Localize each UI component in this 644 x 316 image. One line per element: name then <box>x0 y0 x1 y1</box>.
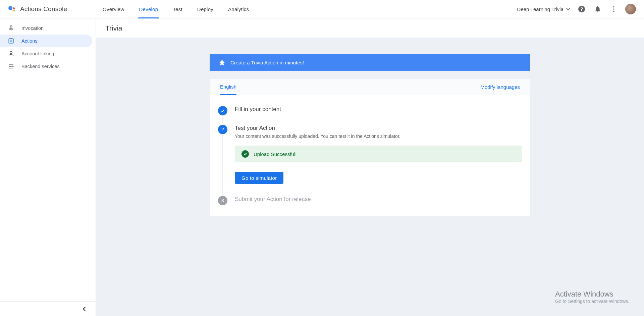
sidebar-item-label: Actions <box>21 38 38 44</box>
panel: English Modify languages Fill in your co… <box>210 79 530 216</box>
tab-analytics[interactable]: Analytics <box>221 0 256 18</box>
settings-list-icon <box>7 63 15 70</box>
side-nav: Invocation Actions Account linking Backe… <box>0 18 96 76</box>
sidebar-item-account-linking[interactable]: Account linking <box>0 47 92 60</box>
info-banner: Create a Trivia Action in minutes! <box>210 54 530 71</box>
sidebar-item-label: Backend services <box>21 64 60 69</box>
sidebar-item-backend-services[interactable]: Backend services <box>0 60 92 73</box>
watermark-line2: Go to Settings to activate Windows. <box>555 299 629 304</box>
steps-container: Fill in your content 2 Test your Action … <box>210 95 530 216</box>
sidebar-item-actions[interactable]: Actions <box>0 35 92 47</box>
canvas: Create a Trivia Action in minutes! Engli… <box>96 38 644 316</box>
modify-languages-link[interactable]: Modify languages <box>480 84 520 90</box>
tab-develop[interactable]: Develop <box>132 0 166 18</box>
assistant-logo-icon <box>8 5 15 13</box>
notifications-icon[interactable] <box>593 4 602 14</box>
step-1-check-badge <box>218 106 227 115</box>
app-title: Actions Console <box>20 5 67 13</box>
top-header: Actions Console Overview Develop Test De… <box>0 0 644 18</box>
project-switcher[interactable]: Deep Learning Trivia <box>517 6 570 12</box>
language-tab-bar: English Modify languages <box>210 79 530 95</box>
step-1: Fill in your content <box>218 103 522 122</box>
check-icon <box>220 108 225 113</box>
svg-point-12 <box>12 66 13 67</box>
svg-rect-9 <box>10 26 12 29</box>
step-connector <box>222 134 223 196</box>
page-title: Trivia <box>96 18 644 38</box>
step-2-badge: 2 <box>218 125 227 134</box>
svg-point-0 <box>8 6 12 10</box>
project-name: Deep Learning Trivia <box>517 6 564 12</box>
svg-point-3 <box>14 10 15 11</box>
sidebar-item-label: Account linking <box>21 51 54 56</box>
more-vert-icon[interactable] <box>609 4 619 14</box>
sidebar-item-label: Invocation <box>21 25 44 31</box>
watermark-line1: Activate Windows <box>555 290 629 299</box>
svg-point-2 <box>12 10 14 11</box>
header-right: Deep Learning Trivia ? <box>517 4 636 14</box>
step-2-subtitle: Your content was successfully uploaded. … <box>235 134 522 139</box>
banner-text: Create a Trivia Action in minutes! <box>230 60 304 65</box>
step-2-title: Test your Action <box>235 125 522 131</box>
star-icon <box>218 59 226 66</box>
windows-activation-watermark: Activate Windows Go to Settings to activ… <box>555 290 629 304</box>
mic-icon <box>7 24 15 32</box>
logo-group: Actions Console <box>8 5 95 13</box>
tab-deploy[interactable]: Deploy <box>190 0 221 18</box>
chevron-down-icon <box>566 7 570 11</box>
go-to-simulator-button[interactable]: Go to simulator <box>235 172 283 184</box>
svg-point-8 <box>613 11 614 12</box>
step-3-title: Submit your Action for release <box>235 196 522 203</box>
svg-point-7 <box>613 8 614 10</box>
main-layout: Invocation Actions Account linking Backe… <box>0 18 644 316</box>
tab-overview[interactable]: Overview <box>95 0 132 18</box>
language-tab-english[interactable]: English <box>220 79 236 95</box>
card-column: Create a Trivia Action in minutes! Engli… <box>210 54 530 316</box>
check-circle-icon <box>241 150 249 158</box>
list-icon <box>7 37 15 45</box>
step-3-badge: 3 <box>218 196 227 205</box>
svg-point-11 <box>10 51 12 54</box>
avatar[interactable] <box>625 4 636 14</box>
svg-point-6 <box>613 6 614 8</box>
success-text: Upload Successful! <box>254 151 297 157</box>
sidebar-item-invocation[interactable]: Invocation <box>0 22 92 35</box>
content: Trivia Create a Trivia Action in minutes… <box>96 18 644 316</box>
sidebar-collapse[interactable] <box>0 301 96 316</box>
svg-point-1 <box>13 7 15 9</box>
upload-success-box: Upload Successful! <box>235 146 522 162</box>
help-icon[interactable]: ? <box>577 4 586 14</box>
svg-text:?: ? <box>580 6 583 12</box>
sidebar: Invocation Actions Account linking Backe… <box>0 18 96 316</box>
chevron-left-icon <box>82 307 87 311</box>
step-1-title: Fill in your content <box>235 106 522 113</box>
step-2: 2 Test your Action Your content was succ… <box>218 122 522 193</box>
step-3: 3 Submit your Action for release <box>218 193 522 205</box>
tab-test[interactable]: Test <box>165 0 190 18</box>
user-icon <box>7 50 15 57</box>
top-tabs: Overview Develop Test Deploy Analytics <box>95 0 256 18</box>
